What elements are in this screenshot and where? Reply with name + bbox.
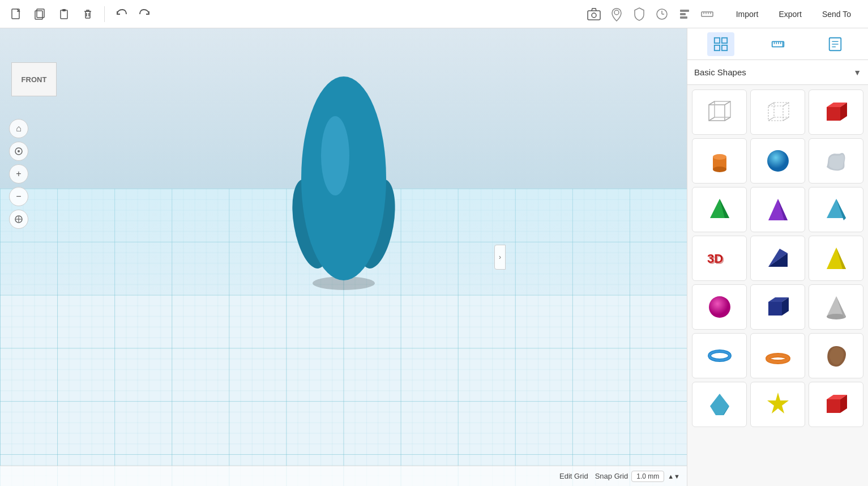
shape-star-yellow[interactable] bbox=[750, 382, 805, 427]
viewport[interactable]: FRONT ⌂ + − › Edit Grid Snap Grid 1.0 mm… bbox=[0, 28, 687, 486]
toolbar-icon-group bbox=[584, 5, 717, 24]
shape-pyramid-green[interactable] bbox=[692, 187, 747, 232]
zoom-in-btn[interactable]: + bbox=[9, 164, 28, 184]
svg-rect-55 bbox=[768, 106, 783, 121]
shape-red2[interactable] bbox=[809, 382, 863, 427]
undo-button[interactable] bbox=[112, 5, 131, 24]
sphere-svg bbox=[763, 146, 793, 176]
cube-red-svg bbox=[821, 97, 852, 127]
tab-ruler[interactable] bbox=[764, 32, 792, 56]
svg-rect-4 bbox=[62, 9, 66, 11]
shape-bumpy-grey[interactable] bbox=[809, 138, 863, 184]
align-icon-btn[interactable] bbox=[675, 5, 694, 24]
torus-blue-svg bbox=[704, 340, 735, 371]
shape-prism-teal[interactable] bbox=[809, 187, 863, 232]
export-button[interactable]: Export bbox=[768, 6, 811, 22]
bumpy-svg bbox=[821, 146, 852, 176]
collapse-panel-btn[interactable]: › bbox=[494, 245, 506, 270]
shape-box-wireframe-alt[interactable] bbox=[750, 89, 805, 135]
shape-torus-orange[interactable] bbox=[750, 333, 805, 378]
snap-dropdown-icon[interactable]: ▲▼ bbox=[668, 473, 680, 480]
pyramid-purple-svg bbox=[763, 194, 793, 225]
right-panel: Basic Shapes ▼ bbox=[687, 28, 868, 486]
copy-button[interactable] bbox=[31, 5, 50, 24]
svg-rect-56 bbox=[774, 103, 789, 117]
edit-grid-btn[interactable]: Edit Grid bbox=[559, 472, 588, 480]
svg-rect-8 bbox=[588, 11, 600, 20]
front-label-text: FRONT bbox=[22, 75, 47, 84]
front-label[interactable]: FRONT bbox=[11, 62, 57, 96]
snap-value[interactable]: 1.0 mm bbox=[631, 471, 664, 482]
shape-cube-red[interactable] bbox=[809, 89, 863, 135]
shapes-grid: 3D 3D bbox=[687, 85, 868, 486]
svg-line-57 bbox=[768, 103, 774, 106]
location-icon-btn[interactable] bbox=[607, 5, 626, 24]
shape-sphere-magenta[interactable] bbox=[692, 284, 747, 330]
svg-point-91 bbox=[768, 355, 788, 362]
shape-category: Basic Shapes ▼ bbox=[687, 60, 868, 85]
svg-point-31 bbox=[18, 150, 20, 152]
svg-rect-36 bbox=[721, 37, 726, 42]
torus-orange-svg bbox=[763, 340, 793, 371]
fit-btn[interactable] bbox=[9, 210, 28, 229]
import-button[interactable]: Import bbox=[726, 6, 769, 22]
star-svg bbox=[763, 389, 793, 420]
shape-text3d[interactable]: 3D 3D bbox=[692, 236, 747, 281]
shape-blob-brown[interactable] bbox=[809, 333, 863, 378]
paste-button[interactable] bbox=[54, 5, 74, 24]
shape-wedge-navy[interactable] bbox=[750, 236, 805, 281]
bottom-bar: Edit Grid Snap Grid 1.0 mm ▲▼ bbox=[0, 466, 687, 486]
send-to-button[interactable]: Send To bbox=[812, 6, 861, 22]
shape-teal2[interactable] bbox=[692, 382, 747, 427]
zoom-out-btn[interactable]: − bbox=[9, 187, 28, 206]
shape-cylinder-orange[interactable] bbox=[692, 138, 747, 184]
shape-box-navy[interactable] bbox=[750, 284, 805, 330]
svg-rect-49 bbox=[709, 105, 725, 121]
svg-rect-37 bbox=[714, 45, 719, 50]
snap-grid-label: Snap Grid bbox=[595, 472, 628, 480]
svg-text:3D: 3D bbox=[708, 253, 724, 267]
clock-icon-btn[interactable] bbox=[652, 5, 672, 24]
svg-rect-38 bbox=[721, 45, 726, 50]
svg-line-60 bbox=[783, 117, 789, 121]
cone-grey-svg bbox=[821, 292, 852, 322]
ruler-icon-btn[interactable] bbox=[698, 5, 717, 24]
new-button[interactable] bbox=[7, 5, 26, 24]
shape-pyramid-yellow[interactable] bbox=[809, 236, 863, 281]
svg-line-58 bbox=[783, 103, 789, 106]
shape-torus-blue[interactable] bbox=[692, 333, 747, 378]
prism-teal-svg bbox=[821, 194, 852, 225]
svg-point-67 bbox=[767, 150, 789, 172]
box-wireframe-svg bbox=[704, 97, 735, 127]
svg-rect-3 bbox=[61, 10, 67, 19]
separator bbox=[104, 6, 105, 22]
shape-cone-grey[interactable] bbox=[809, 284, 863, 330]
shape-sphere-blue[interactable] bbox=[750, 138, 805, 184]
svg-point-10 bbox=[614, 10, 619, 15]
teal2-svg bbox=[704, 389, 735, 420]
tab-notes[interactable] bbox=[822, 32, 849, 56]
rotate-nav-btn[interactable] bbox=[9, 142, 28, 161]
home-nav-btn[interactable]: ⌂ bbox=[9, 119, 28, 138]
redo-button[interactable] bbox=[135, 5, 155, 24]
svg-point-29 bbox=[321, 116, 349, 195]
main-toolbar: Import Export Send To bbox=[0, 0, 868, 28]
blob-brown-svg bbox=[821, 340, 852, 371]
svg-point-65 bbox=[713, 154, 726, 160]
category-chevron: ▼ bbox=[853, 68, 861, 77]
tab-grid[interactable] bbox=[707, 32, 734, 56]
svg-point-66 bbox=[713, 167, 726, 172]
shape-box-wireframe[interactable] bbox=[692, 89, 747, 135]
svg-rect-16 bbox=[680, 16, 687, 19]
shape-pyramid-purple[interactable] bbox=[750, 187, 805, 232]
category-select[interactable]: Basic Shapes bbox=[694, 67, 853, 77]
3d-object-svg bbox=[281, 65, 406, 292]
3d-object[interactable] bbox=[281, 65, 406, 292]
shield-icon-btn[interactable] bbox=[630, 5, 649, 24]
delete-button[interactable] bbox=[78, 5, 97, 24]
notes-tab-icon bbox=[827, 36, 843, 52]
svg-line-51 bbox=[709, 101, 715, 105]
camera-icon-btn[interactable] bbox=[584, 5, 604, 24]
svg-rect-15 bbox=[680, 13, 686, 15]
svg-point-81 bbox=[709, 296, 730, 318]
